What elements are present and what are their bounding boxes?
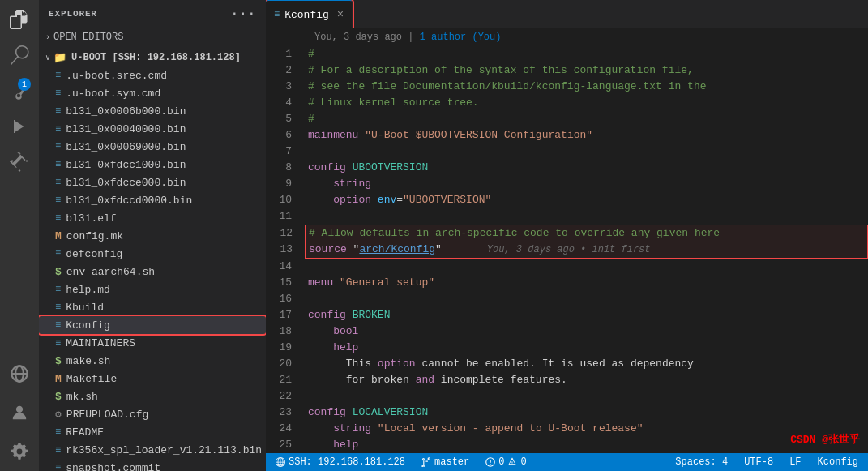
extensions-activity-item[interactable] xyxy=(3,146,36,178)
line-num-22: 22 xyxy=(266,388,305,405)
remote-activity-item[interactable] xyxy=(3,358,36,390)
warnings-count: 0 xyxy=(520,456,526,468)
code-editor[interactable]: 1 # 2 # For a description of the syntax … xyxy=(266,46,868,453)
file-readme[interactable]: ≡ README xyxy=(39,423,266,441)
file-label-bl31-elf: bl31.elf xyxy=(66,212,116,225)
file-icon-bl31-fdcce: ≡ xyxy=(55,177,61,188)
file-icon-maintainers: ≡ xyxy=(55,337,61,349)
file-label-defconfig: defconfig xyxy=(66,248,122,260)
line-num-2: 2 xyxy=(266,62,305,79)
code-line-15: 15 menu "General setup" xyxy=(266,275,868,291)
language-indicator[interactable]: Kconfig xyxy=(815,453,862,471)
account-activity-item[interactable] xyxy=(3,396,36,429)
line-content-13: source "arch/Kconfig" You, 3 days ago • … xyxy=(306,242,867,258)
file-bl31-00040[interactable]: ≡ bl31_0x00040000.bin xyxy=(39,120,266,138)
file-make-sh[interactable]: $ make.sh xyxy=(39,352,266,370)
encoding-text: UTF-8 xyxy=(744,456,773,468)
branch-indicator[interactable]: master xyxy=(418,453,472,471)
code-line-6: 6 mainmenu "U-Boot $UBOOTVERSION Configu… xyxy=(266,127,868,143)
file-label-kconfig: Kconfig xyxy=(66,319,110,332)
file-bl31-0006b[interactable]: ≡ bl31_0x0006b000.bin xyxy=(39,102,266,120)
file-help-md[interactable]: ≡ help.md xyxy=(39,280,266,298)
line-num-11: 11 xyxy=(266,208,305,225)
code-line-9: 9 string xyxy=(266,176,868,192)
file-label-bl31-00040: bl31_0x00040000.bin xyxy=(66,123,186,135)
file-env-aarch64[interactable]: $ env_aarch64.sh xyxy=(39,263,266,280)
open-editors-header[interactable]: › OPEN EDITORS xyxy=(39,29,266,45)
file-bl31-fdccd[interactable]: ≡ bl31_0xfdccd0000.bin xyxy=(39,191,266,209)
remote-indicator[interactable]: SSH: 192.168.181.128 xyxy=(272,453,408,471)
file-preupload[interactable]: ⚙ PREUPLOAD.cfg xyxy=(39,405,266,423)
file-icon-bl31-00069: ≡ xyxy=(55,141,61,152)
settings-activity-item[interactable] xyxy=(3,435,36,468)
code-line-22: 22 xyxy=(266,388,868,405)
line-content-20: This option cannot be enabled. It is use… xyxy=(305,356,868,372)
git-blame-text: You, 3 days ago | xyxy=(314,32,420,43)
line-num-13: 13 xyxy=(267,242,306,258)
code-line-17: 17 config BROKEN xyxy=(266,307,868,323)
code-line-18: 18 bool xyxy=(266,323,868,340)
code-line-20: 20 This option cannot be enabled. It is … xyxy=(266,356,868,372)
file-label-bl31-0006b: bl31_0x0006b000.bin xyxy=(66,105,186,118)
tab-close-kconfig[interactable]: × xyxy=(337,8,344,21)
file-defconfig[interactable]: ≡ defconfig xyxy=(39,245,266,263)
line-ending-indicator[interactable]: LF xyxy=(786,453,804,471)
files-activity-item[interactable] xyxy=(3,3,36,36)
file-icon-bl31-elf: ≡ xyxy=(55,212,61,224)
encoding-indicator[interactable]: UTF-8 xyxy=(741,453,776,471)
errors-indicator[interactable]: 0 0 xyxy=(482,453,529,471)
file-icon-kbuild: ≡ xyxy=(55,302,61,313)
file-rk3566x[interactable]: ≡ rk356x_spl_loader_v1.21.113.bin xyxy=(39,441,266,459)
line-content-25: help xyxy=(305,437,868,453)
file-bl31-fdcc1[interactable]: ≡ bl31_0xfdcc1000.bin xyxy=(39,156,266,173)
file-config-mk[interactable]: M config.mk xyxy=(39,227,266,245)
spaces-indicator[interactable]: Spaces: 4 xyxy=(672,453,731,471)
remote-text: SSH: 192.168.181.128 xyxy=(289,456,405,468)
sidebar-more-options[interactable]: ··· xyxy=(231,6,256,21)
line-num-5: 5 xyxy=(266,111,305,127)
file-u-boot-srec[interactable]: ≡ .u-boot.srec.cmd xyxy=(39,66,266,84)
file-icon-u-boot-sym: ≡ xyxy=(55,88,61,99)
file-label-kbuild: Kbuild xyxy=(66,302,104,314)
code-line-21: 21 for broken and incomplete features. xyxy=(266,372,868,388)
line-num-18: 18 xyxy=(266,323,305,340)
search-activity-item[interactable] xyxy=(3,39,36,71)
git-blame-author[interactable]: 1 author (You) xyxy=(420,32,502,43)
svg-rect-0 xyxy=(14,120,15,133)
line-num-25: 25 xyxy=(266,437,305,453)
line-content-7 xyxy=(305,143,868,160)
file-bl31-elf[interactable]: ≡ bl31.elf xyxy=(39,209,266,227)
line-num-12: 12 xyxy=(267,225,306,242)
file-snapshot[interactable]: ≡ snapshot.commit xyxy=(39,459,266,471)
file-label-env-aarch64: env_aarch64.sh xyxy=(66,266,155,278)
errors-count: 0 xyxy=(498,456,504,468)
file-makefile[interactable]: M Makefile xyxy=(39,370,266,388)
file-bl31-00069[interactable]: ≡ bl31_0x00069000.bin xyxy=(39,138,266,156)
run-activity-item[interactable] xyxy=(3,110,36,143)
svg-point-5 xyxy=(16,406,23,413)
line-num-6: 6 xyxy=(266,127,305,143)
code-line-5: 5 # xyxy=(266,111,868,127)
file-u-boot-sym[interactable]: ≡ .u-boot.sym.cmd xyxy=(39,84,266,102)
line-content-3: # see the file Documentation/kbuild/kcon… xyxy=(305,79,868,95)
file-label-u-boot-srec: .u-boot.srec.cmd xyxy=(66,70,167,82)
svg-point-8 xyxy=(490,464,491,465)
line-content-4: # Linux kernel source tree. xyxy=(305,95,868,111)
file-icon-help-md: ≡ xyxy=(55,284,61,295)
file-maintainers[interactable]: ≡ MAINTAINERS xyxy=(39,334,266,352)
uboot-folder[interactable]: ∨ 📁 U-BOOT [SSH: 192.168.181.128] xyxy=(39,49,266,66)
code-line-3: 3 # see the file Documentation/kbuild/kc… xyxy=(266,79,868,95)
file-kbuild[interactable]: ≡ Kbuild xyxy=(39,298,266,316)
file-kconfig[interactable]: ≡ Kconfig xyxy=(39,316,266,334)
source-control-activity-item[interactable]: 1 xyxy=(3,75,36,107)
file-bl31-fdcce[interactable]: ≡ bl31_0xfdcce000.bin xyxy=(39,173,266,191)
uboot-label: U-BOOT [SSH: 192.168.181.128] xyxy=(71,52,241,63)
line-content-15: menu "General setup" xyxy=(305,275,868,291)
file-icon-bl31-0006b: ≡ xyxy=(55,105,61,117)
code-line-4: 4 # Linux kernel source tree. xyxy=(266,95,868,111)
tab-kconfig[interactable]: ≡ Kconfig × xyxy=(266,0,353,28)
line-num-15: 15 xyxy=(266,275,305,291)
file-icon-makefile: M xyxy=(55,373,62,385)
highlight-block: 12 # Allow defaults in arch-specific cod… xyxy=(305,225,868,259)
file-mk-sh[interactable]: $ mk.sh xyxy=(39,388,266,405)
